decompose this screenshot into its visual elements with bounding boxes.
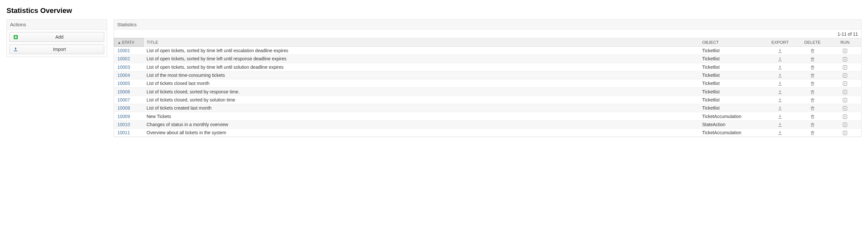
download-icon [778,89,782,94]
delete-button[interactable] [796,55,829,63]
stat-link[interactable]: 10008 [118,105,130,111]
stat-title: List of tickets closed, sorted by soluti… [144,96,699,104]
play-icon [843,130,847,135]
delete-button[interactable] [796,71,829,79]
play-icon [843,73,847,78]
stat-link[interactable]: 10002 [118,56,130,61]
stat-link[interactable]: 10007 [118,97,130,102]
export-button[interactable] [764,55,796,63]
export-button[interactable] [764,129,796,137]
run-button[interactable] [829,55,861,63]
column-header-stat[interactable]: ▲STAT# [114,38,144,47]
play-icon [843,56,847,61]
delete-button[interactable] [796,104,829,112]
svg-rect-54 [812,115,813,115]
svg-rect-52 [778,118,782,119]
stat-title: Changes of status in a monthly overview [144,120,699,129]
run-button[interactable] [829,96,861,104]
stat-link[interactable]: 10001 [118,48,130,53]
run-button[interactable] [829,71,861,79]
export-button[interactable] [764,120,796,129]
trash-icon [810,89,814,94]
stat-link[interactable]: 10006 [118,89,130,94]
stat-link[interactable]: 10010 [118,122,130,127]
download-icon [778,65,782,70]
svg-rect-64 [778,134,782,135]
trash-icon [810,73,814,78]
download-icon [778,48,782,53]
svg-rect-18 [812,66,813,66]
delete-button[interactable] [796,63,829,71]
stat-link[interactable]: 10009 [118,114,130,119]
table-row: 10003List of open tickets, sorted by tim… [114,63,862,71]
download-icon [778,97,782,102]
delete-button[interactable] [796,47,829,55]
actions-panel: Actions Add Import [6,20,107,57]
export-button[interactable] [764,96,796,104]
export-button[interactable] [764,63,796,71]
download-icon [778,56,782,61]
svg-rect-2 [14,37,17,37]
stat-link[interactable]: 10011 [118,130,130,135]
run-button[interactable] [829,87,861,96]
column-header-export[interactable]: EXPORT [764,38,796,47]
export-button[interactable] [764,47,796,55]
stat-object: Ticketlist [699,104,764,112]
export-button[interactable] [764,112,796,120]
run-button[interactable] [829,104,861,112]
column-header-title[interactable]: TITLE [144,38,699,47]
stat-title: List of open tickets, sorted by time lef… [144,47,699,55]
delete-button[interactable] [796,96,829,104]
delete-button[interactable] [796,87,829,96]
run-button[interactable] [829,63,861,71]
export-button[interactable] [764,79,796,87]
stat-link[interactable]: 10005 [118,81,130,86]
trash-icon [810,65,814,70]
run-button[interactable] [829,112,861,120]
run-button[interactable] [829,47,861,55]
delete-button[interactable] [796,112,829,120]
stat-title: List of open tickets, sorted by time lef… [144,63,699,71]
table-row: 10011Overview about all tickets in the s… [114,129,862,137]
trash-icon [810,81,814,86]
run-button[interactable] [829,79,861,87]
svg-rect-12 [812,58,813,58]
import-button[interactable]: Import [9,44,104,54]
table-row: 10004List of the most time-consuming tic… [114,71,862,79]
trash-icon [810,56,814,61]
svg-rect-28 [778,85,782,85]
pagination-range: 1-11 of 11 [114,30,861,38]
play-icon [843,97,847,102]
delete-button[interactable] [796,129,829,137]
download-icon [778,105,782,111]
delete-button[interactable] [796,79,829,87]
stat-link[interactable]: 10003 [118,65,130,70]
svg-rect-6 [812,49,813,49]
add-button[interactable]: Add [9,32,104,42]
play-icon [843,89,847,94]
table-row: 10009New TicketsTicketAccumulation [114,112,862,120]
play-icon [843,65,847,70]
export-button[interactable] [764,87,796,96]
stat-link[interactable]: 10004 [118,73,130,78]
svg-rect-4 [778,52,782,53]
stat-object: Ticketlist [699,71,764,79]
column-header-delete[interactable]: DELETE [796,38,829,47]
run-button[interactable] [829,120,861,129]
stat-title: List of tickets created last month [144,104,699,112]
export-button[interactable] [764,71,796,79]
delete-button[interactable] [796,120,829,129]
stat-object: StateAction [699,120,764,129]
import-button-label: Import [18,47,101,52]
svg-rect-58 [778,126,782,127]
play-icon [843,113,847,119]
column-header-object[interactable]: OBJECT [699,38,764,47]
export-button[interactable] [764,104,796,112]
statistics-panel: Statistics 1-11 of 11 ▲STAT# TITLE OBJEC… [114,20,862,137]
run-button[interactable] [829,129,861,137]
stat-object: TicketAccumulation [699,112,764,120]
column-header-run[interactable]: RUN [829,38,861,47]
stat-title: List of tickets closed last month [144,79,699,87]
play-icon [843,105,847,111]
sort-ascending-icon: ▲ [118,40,121,44]
